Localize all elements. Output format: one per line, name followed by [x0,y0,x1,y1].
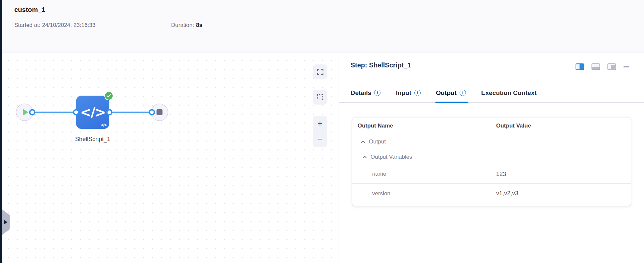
layout-floating-button[interactable] [607,63,616,70]
table-row: name 123 [352,165,631,183]
pipeline-canvas[interactable]: </> </> ShellScript_1 + − [2,52,339,263]
tab-output[interactable]: Output i [436,83,466,102]
output-table-card: Output Name Output Value Output Output V… [352,118,631,206]
layout-split-bottom-button[interactable] [591,63,600,70]
group-label-output: Output [369,138,386,145]
group-label-output-variables: Output Variables [371,154,412,160]
active-tab-underline [435,102,468,103]
marquee-select-icon [317,94,323,101]
marquee-select-button[interactable] [313,90,327,105]
tab-execution-context[interactable]: Execution Context [481,83,537,102]
output-var-value: v1,v2,v3 [492,190,631,197]
started-at-label: Started at: [14,22,40,28]
right-arrow-icon [4,220,7,224]
shell-script-corner-icon: </> [101,123,106,128]
edge-connector-dot [73,109,79,116]
edge-connector-dot [149,109,155,116]
info-icon[interactable]: i [414,90,421,96]
execution-title: custom_1 [14,6,45,14]
output-var-name: version [352,190,492,197]
collapse-chevron-icon [363,156,367,158]
layout-floating-icon [611,65,615,69]
edge-connector-dot [106,109,113,116]
tab-input-label: Input [396,89,411,97]
tab-input[interactable]: Input i [396,83,420,102]
collapse-chevron-icon [361,140,365,143]
info-icon[interactable]: i [460,90,466,96]
duration: Duration:8s [171,22,202,29]
app-root: custom_1 Started at:24/10/2024, 23:16:33… [0,0,644,263]
output-var-name: name [352,171,492,177]
tab-execution-context-label: Execution Context [481,89,537,97]
fit-to-screen-icon [317,68,324,75]
fit-to-screen-button[interactable] [313,64,327,79]
execution-meta: Started at:24/10/2024, 23:16:33 Duration… [14,22,95,29]
zoom-out-button[interactable]: − [313,132,327,147]
step-details-panel: Step: ShellScript_1 Details i Input i Ou… [339,53,644,263]
success-check-icon [104,91,113,100]
step-node-label: ShellScript_1 [59,136,126,143]
step-panel-title: Step: ShellScript_1 [351,61,411,69]
stop-icon [157,109,162,115]
tab-details-label: Details [351,89,371,97]
layout-split-right-button[interactable] [576,63,584,70]
zoom-in-button[interactable]: + [313,116,327,132]
shell-script-icon: </> [80,105,105,120]
column-output-name: Output Name [352,123,492,129]
table-row: version v1,v2,v3 [352,183,631,203]
edge-connector-dot [29,109,36,116]
group-row-output-variables[interactable]: Output Variables [352,149,631,165]
panel-layout-controls [576,63,629,70]
play-icon [23,109,28,116]
output-var-value: 123 [492,171,631,178]
table-header-row: Output Name Output Value [352,118,631,134]
info-icon[interactable]: i [374,90,380,96]
started-at-value: 24/10/2024, 23:16:33 [42,22,95,28]
duration-label: Duration: [171,22,194,28]
card-padding [352,203,631,206]
minimize-panel-button[interactable] [623,66,629,67]
tab-output-label: Output [436,89,457,97]
expand-left-panel-handle[interactable] [2,210,10,235]
group-row-output[interactable]: Output [352,134,631,149]
duration-value: 8s [196,22,202,28]
tab-details[interactable]: Details i [351,83,380,102]
zoom-controls: + − [313,116,327,147]
execution-header: custom_1 Started at:24/10/2024, 23:16:33… [2,0,644,52]
step-node-shellscript[interactable]: </> </> [76,96,109,129]
step-tabs: Details i Input i Output i Execution Con… [339,83,644,103]
left-nav-rail [0,0,2,263]
column-output-value: Output Value [492,123,631,129]
